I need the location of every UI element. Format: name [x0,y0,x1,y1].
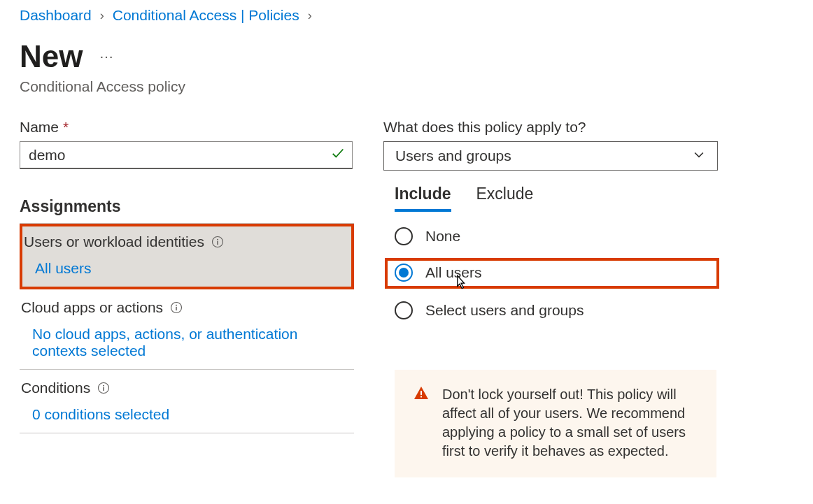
svg-point-1 [217,239,218,240]
svg-rect-10 [420,396,422,398]
highlighted-selection: All users [385,258,719,289]
assignment-value[interactable]: No cloud apps, actions, or authenticatio… [21,326,353,359]
chevron-down-icon [692,147,706,164]
assignments-heading: Assignments [20,197,354,224]
breadcrumb: Dashboard › Conditional Access | Policie… [20,7,793,24]
info-icon[interactable] [170,301,183,314]
radio-icon [395,301,413,319]
breadcrumb-dashboard[interactable]: Dashboard [20,7,92,24]
assignment-value[interactable]: All users [24,260,350,277]
assignment-title: Users or workload identities [24,233,204,250]
name-label: Name * [20,119,354,136]
radio-label: Select users and groups [425,302,584,319]
page-title: New [20,39,83,74]
more-actions-button[interactable]: ⋯ [99,48,115,65]
page-subtitle: Conditional Access policy [20,78,793,95]
tab-exclude[interactable]: Exclude [476,185,534,212]
info-icon[interactable] [97,382,110,394]
warning-icon [413,385,430,407]
radio-select-users-groups[interactable]: Select users and groups [395,301,719,319]
chevron-right-icon: › [100,8,104,23]
radio-none[interactable]: None [395,227,719,245]
chevron-right-icon: › [308,8,312,23]
warning-text: Don't lock yourself out! This policy wil… [442,387,686,459]
include-exclude-tabs: Include Exclude [383,185,719,212]
cursor-icon [451,273,469,296]
assignment-value[interactable]: 0 conditions selected [21,406,353,423]
include-radio-group: None All users Select users and groups [383,227,719,319]
check-icon [330,145,346,165]
svg-rect-2 [217,241,218,245]
svg-rect-8 [103,387,104,391]
svg-rect-9 [420,391,422,395]
assignment-users-identities[interactable]: Users or workload identities All users [20,224,354,289]
dropdown-selected-value: Users and groups [395,147,511,164]
tab-include[interactable]: Include [395,185,451,212]
breadcrumb-conditional-access-policies[interactable]: Conditional Access | Policies [113,7,299,24]
assignment-cloud-apps[interactable]: Cloud apps or actions No cloud apps, act… [20,289,354,370]
assignment-title: Conditions [21,380,90,396]
svg-point-4 [176,305,177,306]
apply-to-dropdown[interactable]: Users and groups [383,141,718,171]
radio-icon [395,227,413,245]
svg-rect-5 [176,307,177,310]
required-indicator: * [63,119,69,135]
assignment-conditions[interactable]: Conditions 0 conditions selected [20,370,354,433]
radio-icon [395,264,413,282]
assignment-title: Cloud apps or actions [21,299,163,316]
info-icon[interactable] [211,236,224,248]
radio-label: None [425,228,460,245]
apply-to-label: What does this policy apply to? [383,119,719,136]
name-input[interactable] [20,141,353,169]
warning-message: Don't lock yourself out! This policy wil… [395,370,716,477]
svg-point-7 [103,385,104,387]
